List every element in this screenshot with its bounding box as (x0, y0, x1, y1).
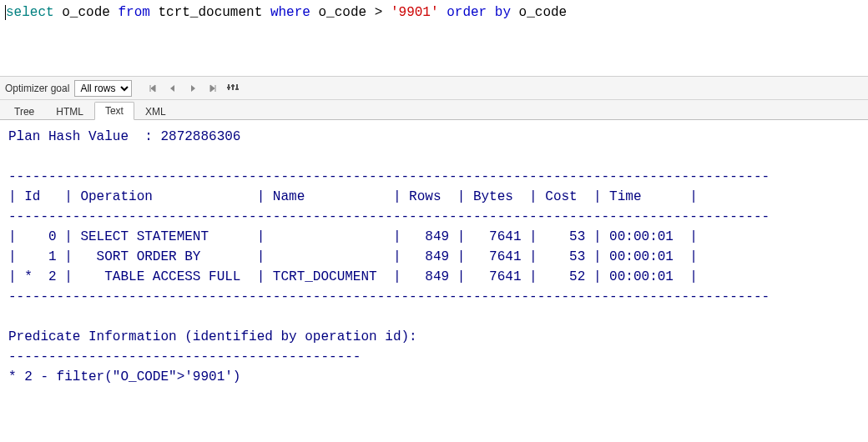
sql-token-ident: o_code (319, 5, 367, 20)
sql-token-ident: o_code (519, 5, 568, 20)
sql-token-space (262, 5, 270, 20)
sql-token-space (366, 5, 375, 20)
sql-token-space (439, 5, 447, 20)
sql-token-space (310, 5, 319, 20)
optimizer-goal-select[interactable]: All rows (74, 80, 132, 97)
tab-tree[interactable]: Tree (3, 103, 45, 120)
sql-token-blue: where (270, 5, 310, 20)
sql-editor[interactable]: select o_code from tcrt_document where o… (0, 0, 868, 77)
sql-token-ident: o_code (62, 5, 110, 20)
plan-text-output: Plan Hash Value : 2872886306 -----------… (0, 120, 868, 394)
optimizer-goal-label: Optimizer goal (5, 83, 69, 94)
sql-token-blue: from (118, 5, 149, 20)
svg-rect-5 (235, 88, 239, 90)
sql-token-space (110, 5, 119, 20)
tab-html[interactable]: HTML (45, 103, 94, 120)
next-record-button[interactable] (185, 81, 200, 96)
tab-text[interactable]: Text (94, 102, 134, 120)
sql-token-ident: tcrt_document (158, 5, 262, 20)
tab-xml[interactable]: XML (134, 103, 177, 120)
sql-token-space (54, 5, 63, 20)
first-record-button[interactable] (145, 81, 160, 96)
plan-tab-strip: TreeHTMLTextXML (0, 100, 868, 120)
sql-token-ident: > (375, 5, 383, 20)
sql-token-space (511, 5, 519, 20)
last-record-button[interactable] (205, 81, 220, 96)
settings-icon[interactable] (225, 81, 240, 96)
svg-rect-1 (227, 87, 230, 88)
sql-token-blue: order by (447, 5, 511, 20)
sql-token-select: select (6, 5, 54, 20)
svg-rect-3 (231, 85, 235, 87)
sql-token-space (382, 5, 391, 20)
sql-token-space (150, 5, 159, 20)
sql-token-str: '9901' (391, 5, 439, 20)
prev-record-button[interactable] (165, 81, 180, 96)
plan-toolbar: Optimizer goal All rows (0, 77, 868, 100)
